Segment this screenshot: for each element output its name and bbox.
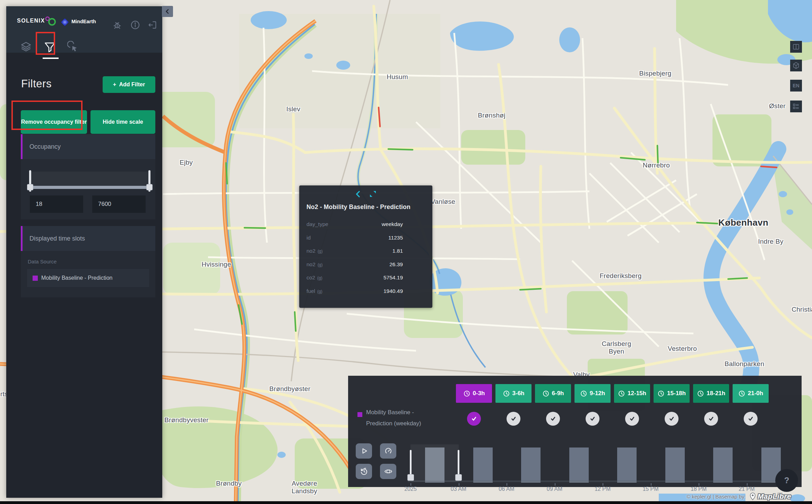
occupancy-slider-left-knob[interactable] [27,184,33,190]
cube-3d-icon [792,62,800,69]
histogram-bar-baseline [617,481,637,483]
tab-layers-icon[interactable] [20,41,36,57]
tooltip-field-label: fuel [306,288,315,294]
tooltip-row: id11235 [306,235,403,248]
map-label: Brøndby [216,480,242,487]
tooltip-field-value: weekday [382,221,403,227]
tooltip-field-value: 5754.19 [383,275,403,281]
legend-icon [792,103,800,110]
toggle-3d-button[interactable] [790,60,802,71]
tooltip-field-unit: (g) [318,249,323,254]
occupancy-slider-right-knob[interactable] [146,184,153,190]
tooltip-expand-icon[interactable] [369,190,378,199]
data-source-name: Mobility Baseline - Prediction [41,275,112,281]
axis-tick-mark [459,483,459,486]
axis-tick-label: 21 PM [738,486,754,492]
timeline-right-knob[interactable] [455,474,462,481]
info-icon[interactable] [130,20,140,30]
occupancy-min-input[interactable] [30,195,83,213]
time-slots-panel-title: Displayed time slots [29,235,85,242]
map-label: Carlsberg Byen [602,340,631,355]
histogram-bar [713,447,733,481]
map-label: Husum [387,73,408,81]
occupancy-max-input[interactable] [92,195,146,213]
timeline-track[interactable] [408,480,798,482]
tooltip-row: co2(g)5754.19 [306,275,403,288]
tooltip-title: No2 - Mobility Baseline - Prediction [306,203,411,211]
axis-tick-mark [747,483,748,486]
tooltip-field-value: 1.81 [392,248,403,254]
remove-occupancy-filter-button[interactable]: Remove occupancy filter [21,110,87,134]
histogram-bar-baseline [569,481,589,483]
axis-tick-mark [651,483,651,486]
map-label: Ejby [180,159,193,166]
histogram-bar-baseline [521,481,541,483]
map-label: Nørrebro [643,162,670,169]
histogram-bar [521,447,541,481]
histogram-bar-baseline [713,481,733,483]
tooltip-field-unit: (g) [318,262,323,267]
time-slots-panel-header[interactable]: Displayed time slots [21,226,155,251]
occupancy-slider-brush[interactable] [30,172,149,186]
axis-tick-label: 2025 [404,486,417,492]
axis-tick-mark [555,483,555,486]
language-button[interactable]: EN [790,80,802,92]
tooltip-row: day_typeweekday [306,221,403,235]
axis-tick-label: 03 AM [451,486,466,492]
timeline-left-knob[interactable] [407,474,414,481]
map-label: København [718,217,768,228]
histogram-bar [617,447,637,481]
tab-filters-icon[interactable] [44,41,60,57]
tooltip-field-value: 11235 [388,235,403,241]
legend-button[interactable] [790,101,802,112]
map-label: Indre By [758,238,783,245]
timeline-selected-window[interactable] [411,444,459,482]
occupancy-slider-range[interactable] [30,186,149,189]
mindearth-logo-icon [60,18,69,27]
axis-tick-mark [507,483,507,486]
timeline: 202503 AM06 AM09 AM12 PM15 PM18 PM21 PM [348,376,802,487]
map-attribution: © kepler.gl | Basemap by: MapLibre [686,492,791,501]
map-feature-tooltip: No2 - Mobility Baseline - Prediction day… [299,185,432,308]
time-slot-panel: 0-3h3-6h6-9h9-12h12-15h15-18h18-21h21-0h… [348,376,802,487]
tooltip-field-label: no2 [306,248,316,254]
map-label: Avedøre Landsby [292,480,317,495]
attribution-text: © kepler.gl | Basemap by: [686,494,746,499]
axis-tick-mark [411,483,411,486]
tab-interactions-icon[interactable] [67,41,83,57]
mindearth-logo: MindEarth [71,19,96,24]
data-source-row[interactable]: Mobility Baseline - Prediction [27,269,149,287]
tooltip-row: no2(g)26.39 [306,261,403,275]
occupancy-panel-title: Occupancy [29,143,61,150]
axis-tick-mark [603,483,603,486]
tooltip-field-unit: (g) [317,289,322,294]
tooltip-rows: day_typeweekdayid11235no2(g)1.81no2(g)26… [306,221,403,301]
hide-time-scale-button[interactable]: Hide time scale [90,110,155,134]
tooltip-field-value: 26.39 [389,261,403,268]
add-filter-button[interactable]: + Add Filter [103,76,155,93]
help-button[interactable]: ? [775,469,798,492]
side-panel: SOLENIX MindEarth Filters + Add Filt [6,6,162,498]
tooltip-pin-back-icon[interactable] [354,190,363,199]
maplibre-link[interactable]: MapLibre [749,492,791,501]
tooltip-row: no2(g)1.81 [306,248,403,261]
map-label: Brønshøj [478,112,505,119]
map-label: Ballonparken [725,360,765,368]
collapse-sidebar-button[interactable] [162,6,173,17]
occupancy-panel-header[interactable]: Occupancy [21,134,155,159]
split-map-button[interactable] [790,41,802,53]
tooltip-field-value: 1940.49 [383,288,403,294]
chevron-left-icon [164,8,171,15]
tooltip-field-label: id [306,235,311,241]
axis-tick-label: 12 PM [595,486,611,492]
bug-icon[interactable] [112,20,122,30]
window-bottom-strip [0,501,812,504]
map-label: Hvissinge [201,261,231,268]
time-slots-panel-body: Data Source Mobility Baseline - Predicti… [21,251,155,297]
tooltip-field-label: co2 [306,275,315,281]
filters-page-title: Filters [21,78,52,90]
exit-icon[interactable] [148,20,157,30]
axis-tick-label: 09 AM [547,486,562,492]
map-label: Christian [792,306,812,313]
map-label: Bispebjerg [639,70,672,77]
